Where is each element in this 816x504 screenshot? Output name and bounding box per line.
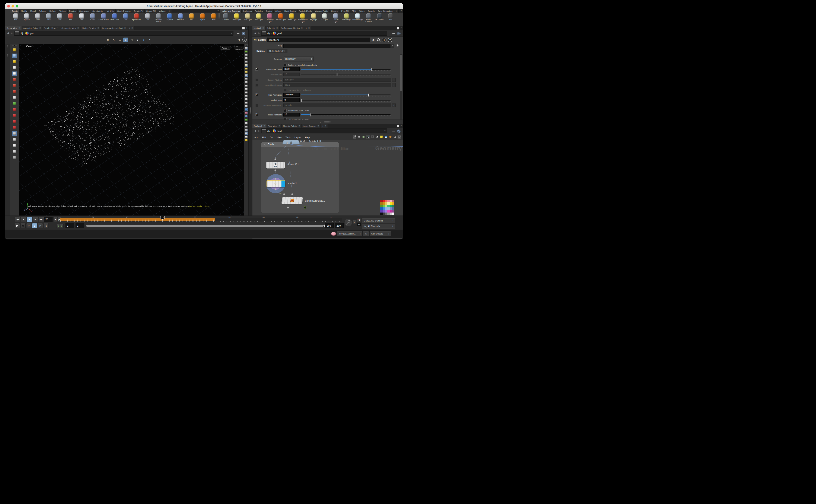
palette-swatch[interactable] <box>383 202 385 205</box>
close-tab-icon[interactable]: ✕ <box>318 125 319 127</box>
profile-icon[interactable] <box>245 105 248 108</box>
relax-iterations-slider[interactable] <box>301 114 391 115</box>
search-icon[interactable] <box>377 38 381 42</box>
pane-tab[interactable]: Asset Browser✕ <box>302 124 321 128</box>
close-tab-icon[interactable]: ✕ <box>77 27 79 29</box>
pane-tab[interactable]: Geometry Spreadsheet✕ <box>101 26 127 30</box>
pane-tab[interactable]: Render View✕ <box>42 26 60 30</box>
path-dropdown-icon[interactable]: ▼ <box>384 32 386 34</box>
forward-icon[interactable]: ▶ <box>258 32 261 35</box>
construction-plane-icon[interactable] <box>245 47 248 50</box>
shelf-tool[interactable]: Point Light <box>231 13 242 26</box>
high-quality-icon[interactable] <box>245 74 248 77</box>
shelf-tab[interactable]: + <box>167 9 172 13</box>
generate-dropdown[interactable]: By Density▲▼ <box>284 57 314 61</box>
pin-icon[interactable] <box>392 32 395 35</box>
current-op-field[interactable]: /obj/geo1/vellum...▲▼ <box>337 231 362 236</box>
scatter-node[interactable] <box>267 180 285 187</box>
light-add2-icon[interactable] <box>245 71 248 73</box>
close-tab-icon[interactable]: ✕ <box>19 27 20 29</box>
shelf-tab[interactable]: Vellum <box>274 9 283 13</box>
key-mode-dropdown[interactable]: Key All Channels▲▼ <box>362 224 395 229</box>
param-breadcrumb[interactable]: obj › geo1 ▼ <box>261 31 387 36</box>
select-arrow-icon[interactable]: ↖ <box>111 38 116 42</box>
snap-multi-icon[interactable] <box>12 125 17 130</box>
location-pin-icon[interactable] <box>245 132 248 135</box>
light-add-icon[interactable] <box>245 67 248 70</box>
global-range-slider[interactable] <box>86 225 323 227</box>
pane-tab[interactable]: Material Palette✕ <box>282 124 302 128</box>
tree-view-icon[interactable] <box>357 135 361 139</box>
jump-end-button[interactable]: ▶▶| <box>39 217 44 222</box>
shelf-tab[interactable]: + <box>394 9 399 13</box>
select-tool-icon[interactable] <box>12 66 17 70</box>
range-start-field2[interactable]: 1 <box>76 223 84 228</box>
pane-tab[interactable]: Animation Editor✕ <box>22 26 42 30</box>
pin-icon[interactable] <box>392 130 395 133</box>
shelf-tab[interactable]: Collisions <box>242 9 254 13</box>
shelf-tool[interactable]: Spiral <box>197 13 208 26</box>
palette-swatch[interactable] <box>387 213 390 215</box>
pane-tab[interactable]: +✕ <box>127 26 134 30</box>
select-geometry-icon[interactable] <box>12 48 17 52</box>
left-stowbar[interactable] <box>5 44 10 216</box>
palette-swatch[interactable] <box>383 200 385 202</box>
move-view-icon[interactable]: ↔ <box>117 38 122 42</box>
pane-maximize-icon[interactable] <box>242 27 245 29</box>
close-tab-icon[interactable]: ✕ <box>98 27 99 29</box>
shelf-tool[interactable]: Camera <box>220 13 231 26</box>
palette-swatch[interactable] <box>383 210 385 213</box>
palette-swatch[interactable] <box>390 200 392 202</box>
palette-swatch[interactable] <box>385 200 387 202</box>
snap-grid-icon[interactable] <box>12 107 17 112</box>
pane-tab[interactable]: /obj/geo1✕ <box>252 124 267 128</box>
close-tab-icon[interactable]: ✕ <box>278 125 280 127</box>
node-display-flag[interactable] <box>281 181 285 187</box>
toolbar-stow-icon[interactable]: ◀ <box>12 45 17 46</box>
snapshot-grid-icon[interactable] <box>245 139 248 142</box>
group-field[interactable] <box>283 44 391 48</box>
range-end-field[interactable]: 200 <box>325 223 334 228</box>
layer-stack-icon[interactable] <box>245 54 248 56</box>
palette-swatch[interactable] <box>390 213 392 215</box>
shelf-tab[interactable]: Terrain FX <box>132 9 145 13</box>
wire-box-icon[interactable] <box>245 118 248 121</box>
camera-menu[interactable]: No cam▼ <box>234 46 244 50</box>
shelf-tool[interactable]: Volume Light <box>275 13 286 26</box>
palette-swatch[interactable] <box>392 213 394 215</box>
palette-swatch[interactable] <box>380 210 383 213</box>
close-tab-icon[interactable]: ✕ <box>301 27 303 29</box>
shelf-tool[interactable]: Caustic Light <box>330 13 341 26</box>
shelf-tool[interactable]: Font <box>142 13 153 26</box>
particle-fan-icon[interactable] <box>245 122 248 125</box>
palette-swatch[interactable] <box>385 205 387 207</box>
section-tab[interactable]: Output Attributes <box>267 49 288 53</box>
attribinterpolate-node[interactable] <box>281 197 303 204</box>
palette-swatch[interactable] <box>383 205 385 207</box>
forward-icon[interactable]: ▶ <box>258 129 261 132</box>
shelf-tab[interactable]: Constraints <box>91 9 104 13</box>
integer-frames-icon[interactable]: ⊕ <box>32 223 37 228</box>
shelf-tool[interactable]: Platonic Solids <box>153 13 164 26</box>
palette-swatch[interactable] <box>390 207 392 210</box>
sticky-note-icon[interactable] <box>380 135 383 139</box>
shelf-tool[interactable]: Curve Bezier <box>98 13 109 26</box>
link-radar-icon[interactable] <box>397 32 401 35</box>
network-canvas[interactable]: – Cloth Non-Commercial Edition Geometry <box>252 140 403 216</box>
shelf-tool[interactable]: Area Light <box>253 13 264 26</box>
shelf-tab[interactable]: Characters <box>78 9 91 13</box>
viewport-options-icon[interactable]: * <box>147 38 152 42</box>
pane-tab[interactable]: +✕ <box>321 124 328 128</box>
shade-glasses2-icon[interactable] <box>245 81 248 84</box>
node-input-dot[interactable] <box>274 158 276 160</box>
shelf-tab[interactable]: Crowds <box>366 9 376 13</box>
current-frame-field[interactable]: 73 <box>44 217 52 222</box>
pane-tab[interactable]: +✕ <box>304 26 311 30</box>
jump-start-button[interactable]: |◀◀ <box>15 217 20 222</box>
close-tab-icon[interactable]: ✕ <box>39 27 41 29</box>
pane-tab[interactable]: scatter1✕ <box>252 26 266 30</box>
shelf-tool[interactable]: Sw <box>385 13 396 26</box>
shelf-tool[interactable]: Circle <box>87 13 98 26</box>
fly-navigation-icon[interactable]: + <box>141 38 146 42</box>
shelf-tool[interactable]: Environment Light <box>297 13 308 26</box>
